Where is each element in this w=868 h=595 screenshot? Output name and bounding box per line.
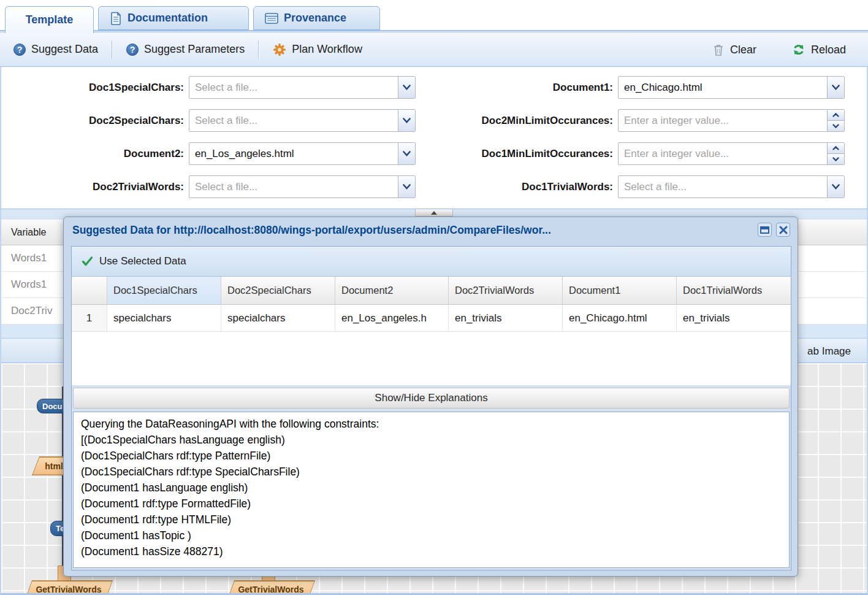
table-cell: specialchars [221,305,335,332]
provenance-list-icon [265,12,278,25]
spinner-down-button[interactable] [828,121,844,132]
use-selected-data-button[interactable]: Use Selected Data [72,247,791,277]
table-row[interactable]: 1 specialchars specialchars en_Los_angel… [72,305,791,332]
table-cell: specialchars [107,305,221,332]
grab-image-button[interactable]: ab Image [807,339,851,364]
reload-button[interactable]: Reload [783,39,855,61]
wings-template-window: Template Documentation Provenance ? Sugg… [0,0,868,595]
toolbar-separator [112,40,113,59]
doc2minlimitoccurances-spinner[interactable]: Enter a integer value... [618,109,845,132]
column-header[interactable]: Document2 [335,277,449,305]
field-label-doc2minlimitoccurances: Doc2MinLimitOccurances: [381,109,613,132]
chevron-up-icon [832,146,839,150]
show-hide-explanations-button[interactable]: Show/Hide Explanations [73,388,790,409]
chevron-down-icon [832,85,840,90]
close-button[interactable] [776,223,790,237]
doc1trivialwords-value: Select a file... [619,176,826,198]
spinner-up-button[interactable] [828,110,844,121]
plan-workflow-button[interactable]: Plan Workflow [264,39,371,61]
suggested-data-table: Doc1SpecialChars Doc2SpecialChars Docume… [72,277,791,385]
chevron-up-icon [832,113,839,117]
table-cell: en_Chicago.html [563,305,677,332]
column-header[interactable]: Document1 [563,277,677,305]
tab-provenance[interactable]: Provenance [253,6,380,30]
dropdown-trigger-button[interactable] [827,176,844,198]
field-label-doc2trivialwords: Doc2TrivialWords: [6,175,184,198]
use-selected-data-label: Use Selected Data [99,255,186,267]
doc1minlimitoccurances-value: Enter a integer value... [619,143,826,164]
panel-collapse-handle[interactable] [415,209,453,217]
column-header[interactable]: Doc2TrivialWords [449,277,563,305]
spinner-down-button[interactable] [828,154,844,165]
node-label: Docu [42,402,63,411]
chevron-down-icon [832,184,840,190]
dialog-body: Use Selected Data Doc1SpecialChars Doc2S… [71,246,791,570]
tab-template[interactable]: Template [5,6,94,33]
trash-icon [712,44,725,56]
template-bindings-form: Doc1SpecialChars: Select a file... Docum… [0,67,868,209]
doc1specialchars-value: Select a file... [189,77,397,98]
field-label-doc1specialchars: Doc1SpecialChars: [6,76,184,99]
component-node[interactable]: GetTrivialWords [227,580,315,593]
suggest-data-label: Suggest Data [31,43,98,56]
table-cell: en_trivials [449,305,563,332]
reload-label: Reload [811,44,846,56]
integer-spinner [827,143,844,164]
column-header[interactable]: Doc2SpecialChars [221,277,335,305]
explanations-text: Querying the DataReasoningAPI with the f… [73,412,790,568]
table-header-row: Doc1SpecialChars Doc2SpecialChars Docume… [72,277,791,305]
chevron-down-icon [832,157,839,161]
suggested-data-dialog: Suggested Data for http://localhost:8080… [63,217,798,577]
suggest-data-button[interactable]: ? Suggest Data [5,39,107,61]
field-label-doc1trivialwords: Doc1TrivialWords: [381,175,613,198]
help-circle-icon: ? [126,44,139,56]
document1-select[interactable]: en_Chicago.html [618,76,845,99]
clear-button[interactable]: Clear [704,39,765,61]
field-label-document1: Document1: [381,76,613,99]
check-icon [82,256,93,267]
maximize-icon [760,226,769,234]
doc2minlimitoccurances-value: Enter a integer value... [619,110,826,131]
component-node[interactable]: GetTrivialWords [25,580,113,593]
tab-documentation-label: Documentation [128,12,208,25]
dialog-title: Suggested Data for http://localhost:8080… [72,224,747,240]
main-toolbar: ? Suggest Data ? Suggest Parameters Plan… [0,33,868,67]
gear-icon [273,43,286,56]
integer-spinner [827,110,844,131]
tab-bar: Template Documentation Provenance [0,0,868,33]
suggest-parameters-label: Suggest Parameters [144,43,245,56]
tab-documentation[interactable]: Documentation [98,6,249,30]
tab-template-label: Template [26,13,74,26]
collapse-up-arrow-icon [431,211,437,215]
close-icon [779,226,788,234]
document1-value: en_Chicago.html [619,77,826,98]
help-circle-icon: ? [13,44,26,56]
tab-provenance-label: Provenance [284,12,346,25]
maximize-button[interactable] [758,223,772,237]
doc2specialchars-value: Select a file... [189,110,397,131]
table-cell: en_Los_angeles.h [335,305,449,332]
doc1minlimitoccurances-spinner[interactable]: Enter a integer value... [618,142,845,165]
field-label-doc2specialchars: Doc2SpecialChars: [6,109,184,132]
column-header[interactable]: Doc1TrivialWords [677,277,791,305]
row-number-header [72,277,107,305]
chevron-down-icon [832,124,839,128]
clear-label: Clear [730,44,756,56]
document2-value: en_Los_angeles.html [189,143,397,164]
plan-workflow-label: Plan Workflow [292,43,362,56]
dropdown-trigger-button[interactable] [827,77,844,98]
table-cell: en_trivials [677,305,791,332]
dialog-tools [758,223,790,237]
field-label-doc1minlimitoccurances: Doc1MinLimitOccurances: [381,142,613,165]
field-label-document2: Document2: [6,142,184,165]
toolbar-separator [258,40,259,59]
toolbar-right-group: Clear Reload [704,33,855,67]
row-number-cell: 1 [72,305,107,332]
doc1trivialwords-select[interactable]: Select a file... [618,175,845,198]
suggest-parameters-button[interactable]: ? Suggest Parameters [118,39,253,61]
spinner-up-button[interactable] [828,143,844,154]
node-label: GetTrivialWords [25,580,113,593]
doc2trivialwords-value: Select a file... [189,176,397,198]
column-header[interactable]: Doc1SpecialChars [107,277,221,305]
node-label: GetTrivialWords [227,580,315,593]
